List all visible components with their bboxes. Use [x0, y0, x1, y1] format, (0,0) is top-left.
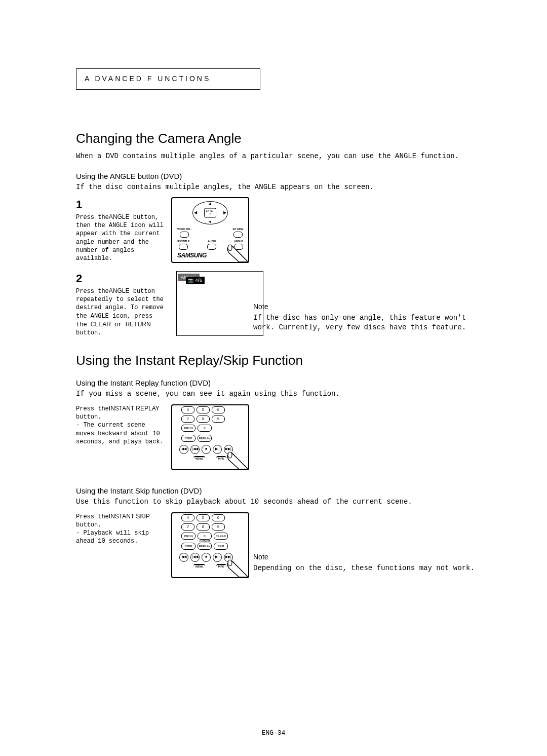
replay-step-row: Press theINSTANT REPLAY button. - The cu…	[76, 404, 517, 470]
subheading-instant-skip: Using the Instant Skip function (DVD)	[76, 485, 517, 496]
numpad-top-skip: 4 5 6	[181, 514, 225, 521]
key-4: 4	[181, 406, 194, 413]
key-6: 6	[212, 406, 225, 413]
key-8: 8	[197, 523, 210, 531]
stop-icon: ■	[202, 445, 211, 454]
intro-text-angle: When a DVD contains multiple angles of a…	[76, 152, 517, 162]
note-instant: Note Depending on the disc, these functi…	[253, 552, 476, 573]
audio-button-icon: AUDIO	[207, 240, 216, 250]
chapter-header: A DVANCED F UNCTIONS	[85, 74, 211, 83]
left-arrow-icon: ◀	[194, 210, 197, 216]
hand-pointer-icon	[219, 440, 249, 470]
key-4: 4	[181, 514, 194, 521]
replay-button-icon: REPLAY	[198, 543, 212, 550]
menu-button-icon: MENU	[193, 456, 205, 461]
step-2-number: 2	[76, 271, 167, 287]
osd-display-frame: 📷 4/6 ANGLE	[176, 271, 263, 336]
rewind-icon: ◀◀	[179, 445, 188, 454]
key-5: 5	[197, 406, 210, 413]
remote-illustration-skip: 4 5 6 7 8 9 PROG 0 CLEAR INSTANT STEP RE…	[171, 512, 249, 578]
up-arrow-icon: ▲	[208, 201, 212, 206]
remote-illustration-replay: 4 5 6 7 8 9 PROG 0 STEP REPLAY ◀◀ |◀◀ ■	[171, 404, 249, 470]
step-2-text: 2 Press theANGLE button repeatedly to se…	[76, 271, 171, 337]
video-sel-button-icon: VIDEO SEL.	[177, 228, 191, 238]
prev-icon: |◀◀	[190, 553, 200, 562]
svg-point-1	[228, 452, 232, 458]
enter-button-icon: ENTER⏎	[204, 208, 216, 218]
replay-step-body: Press theINSTANT REPLAY button. - The cu…	[76, 404, 167, 446]
prog-zero-clear-row: PROG 0 CLEAR	[181, 533, 228, 540]
right-arrow-icon: ▶	[223, 210, 226, 216]
hand-pointer-icon	[219, 548, 249, 578]
key-0: 0	[198, 533, 212, 540]
menu-button-icon: MENU	[193, 564, 205, 569]
numpad-mid-skip: 7 8 9	[181, 523, 225, 531]
step-button-icon: STEP	[181, 543, 196, 550]
note-label-angle: Note	[253, 302, 476, 312]
key-5: 5	[197, 514, 210, 521]
key-8: 8	[197, 415, 210, 423]
sub-replay-text: If you miss a scene, you can see it agai…	[76, 389, 517, 399]
prog-button-icon: PROG	[181, 425, 196, 432]
replay-button-icon: REPLAY	[198, 435, 212, 442]
svg-point-0	[228, 245, 232, 251]
stop-icon: ■	[202, 553, 211, 562]
remote-illustration-angle: ENTER⏎ ▲ ▼ ◀ ▶ VIDEO SEL. EZ VIEW SUBTIT…	[171, 197, 249, 263]
step-1-body: Press theANGLE button, then the ANGLE ic…	[76, 213, 167, 262]
hand-pointer-icon	[219, 233, 249, 263]
sub-skip-text: Use this function to skip playback about…	[76, 497, 517, 507]
page-number: ENG-34	[0, 729, 547, 738]
key-0: 0	[198, 425, 212, 432]
dpad-icon: ENTER⏎ ▲ ▼ ◀ ▶	[192, 201, 228, 224]
step-button-icon: STEP	[181, 435, 196, 442]
rewind-icon: ◀◀	[179, 553, 188, 562]
subheading-angle-button: Using the ANGLE button (DVD)	[76, 171, 517, 181]
skip-step-body: Press theINSTANT SKIP button. - Playback…	[76, 512, 167, 546]
key-9: 9	[212, 415, 225, 423]
prev-icon: |◀◀	[190, 445, 200, 454]
subtitle-button-icon: SUBTITLE	[177, 240, 189, 250]
step-replay-row: STEP REPLAY	[181, 435, 212, 442]
down-arrow-icon: ▼	[208, 219, 212, 225]
key-7: 7	[181, 523, 194, 531]
heading-instant-replay-skip: Using the Instant Replay/Skip Function	[76, 351, 517, 369]
step-1-text: 1 Press theANGLE button, then the ANGLE …	[76, 197, 171, 263]
skip-step-text: Press theINSTANT SKIP button. - Playback…	[76, 512, 171, 578]
svg-point-2	[228, 560, 232, 566]
prog-zero-row: PROG 0	[181, 425, 212, 432]
step-1-number: 1	[76, 197, 167, 213]
prog-button-icon: PROG	[181, 533, 196, 540]
key-7: 7	[181, 415, 194, 423]
key-9: 9	[212, 523, 225, 531]
key-6: 6	[212, 514, 225, 521]
sub-angle-text: If the disc contains multiple angles, th…	[76, 182, 517, 193]
step-2-body: Press theANGLE button repeatedly to sele…	[76, 287, 167, 337]
samsung-brand: SAMSUNG	[177, 251, 207, 260]
numpad-mid: 7 8 9	[181, 415, 225, 423]
manual-page: A DVANCED F UNCTIONS Changing the Camera…	[0, 0, 547, 756]
heading-camera-angle: Changing the Camera Angle	[76, 129, 517, 147]
numpad-top: 4 5 6	[181, 406, 225, 413]
angle-osd-icon: 📷 4/6	[186, 277, 205, 284]
note-angle: Note If the disc has only one angle, thi…	[253, 302, 476, 333]
note-text-angle: If the disc has only one angle, this fea…	[253, 313, 476, 333]
clear-button-icon: CLEAR	[214, 533, 228, 540]
note-label-instant: Note	[253, 552, 476, 562]
subheading-instant-replay: Using the Instant Replay function (DVD)	[76, 377, 517, 388]
note-text-instant: Depending on the disc, these functions m…	[253, 563, 476, 574]
step-1-row: 1 Press theANGLE button, then the ANGLE …	[76, 197, 517, 263]
replay-step-text: Press theINSTANT REPLAY button. - The cu…	[76, 404, 171, 470]
chapter-header-box: A DVANCED F UNCTIONS	[76, 68, 260, 90]
